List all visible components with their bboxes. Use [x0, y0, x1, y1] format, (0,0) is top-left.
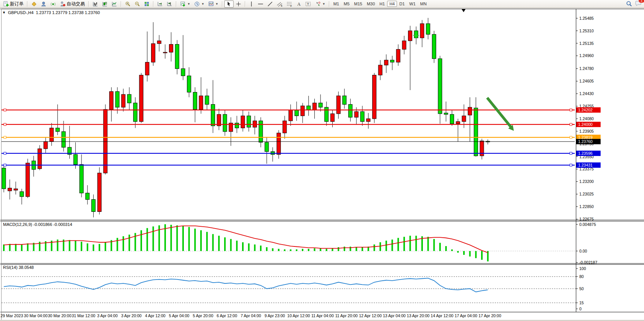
line-anchor-handle[interactable] [4, 109, 6, 111]
profile-button[interactable] [39, 0, 48, 8]
trendline-tool-button[interactable] [265, 0, 275, 8]
timeframe-m1[interactable]: M1 [331, 1, 341, 7]
timeframe-d1[interactable]: D1 [397, 1, 407, 7]
price-badge: 1.23760 [576, 139, 601, 144]
chevron-down-icon: ▼ [201, 2, 204, 6]
date-axis[interactable]: 29 Mar 202330 Mar 04:0030 Mar 20:0031 Ma… [1, 313, 501, 318]
candle-body [187, 76, 191, 92]
candle-body [8, 188, 12, 191]
candle-body [163, 52, 167, 53]
cursor-tool-button[interactable] [224, 0, 234, 8]
line-anchor-handle[interactable] [570, 136, 572, 138]
timeframe-h4[interactable]: H4 [387, 1, 397, 7]
vertical-line-tool-button[interactable] [247, 0, 256, 8]
candle-body [354, 111, 358, 117]
line-anchor-handle[interactable] [4, 136, 6, 138]
candle-body [241, 116, 245, 128]
zoom-in-button[interactable] [123, 0, 132, 8]
date-tick-label: 31 Mar 12:00 [72, 313, 95, 318]
timeframe-h1[interactable]: H1 [377, 1, 387, 7]
timeframe-w1[interactable]: W1 [407, 1, 418, 7]
toolbar-separator [153, 1, 154, 7]
candle-body [86, 193, 89, 200]
chart-bars-button[interactable] [91, 0, 100, 8]
expert-advisors-button[interactable] [29, 0, 39, 8]
line-anchor-handle[interactable] [4, 123, 6, 126]
candle-body [432, 34, 436, 59]
price-badge-label: 1.23760 [578, 139, 593, 144]
symbol-collapse-icon[interactable]: ▼ [2, 11, 6, 14]
chart-window[interactable]: 1.254851.253101.251351.249601.247801.246… [0, 8, 644, 321]
timeframe-m5[interactable]: M5 [341, 1, 352, 7]
notifications-button[interactable]: 1 [635, 0, 642, 8]
svg-text:A: A [297, 2, 301, 7]
line-anchor-handle[interactable] [570, 152, 572, 154]
auto-trading-button[interactable]: 自动交易 [58, 0, 87, 8]
auto-scroll-button[interactable] [155, 0, 165, 8]
line-anchor-handle[interactable] [4, 152, 6, 154]
candle-body [349, 105, 352, 118]
rsi-tick-label: 80 [579, 274, 584, 279]
candle-body [408, 31, 412, 41]
line-anchor-handle[interactable] [570, 123, 572, 126]
date-tick-label: 14 Apr 12:00 [431, 313, 454, 318]
horizontal-line-icon [258, 1, 263, 7]
candle-body [73, 154, 77, 164]
toolbar-separator [27, 1, 28, 7]
trend-arrow[interactable] [487, 98, 512, 128]
candle-body [289, 110, 293, 121]
zoom-in-icon [125, 1, 131, 7]
candle-body [426, 24, 430, 34]
new-order-label: 新订单 [10, 1, 24, 7]
fibonacci-tool-button[interactable]: F [285, 0, 295, 8]
svg-text:E: E [281, 5, 282, 7]
clock-icon [194, 1, 200, 7]
timeframe-m30[interactable]: M30 [365, 1, 377, 7]
date-tick-label: 6 Apr 12:00 [217, 313, 237, 318]
candle-body [128, 94, 131, 103]
equidistant-channel-tool-button[interactable]: E [275, 0, 285, 8]
templates-button[interactable]: ▼ [206, 0, 220, 8]
candle-body [151, 44, 155, 62]
price-badge-label: 1.23596 [578, 151, 593, 156]
new-chart-button[interactable]: ▼ [178, 0, 192, 8]
text-label-icon: T [305, 1, 311, 7]
periods-button[interactable]: ▼ [192, 0, 206, 8]
toolbar-separator [245, 1, 245, 7]
crosshair-tool-button[interactable] [234, 0, 243, 8]
timeframe-m15[interactable]: M15 [352, 1, 364, 7]
chart-shift-button[interactable] [165, 0, 174, 8]
chart-candles-button[interactable] [100, 0, 110, 8]
candle-body [145, 62, 149, 75]
candle-body [121, 94, 125, 107]
rsi-panel [2, 277, 576, 303]
new-order-button[interactable]: 新订单 [1, 0, 26, 8]
chart-canvas[interactable]: 1.254851.253101.251351.249601.247801.246… [0, 8, 644, 321]
price-badge-label: 1.23431 [578, 163, 593, 167]
line-anchor-handle[interactable] [570, 164, 572, 166]
signals-button[interactable] [48, 0, 58, 8]
zoom-out-button[interactable] [132, 0, 142, 8]
tile-windows-button[interactable] [142, 0, 151, 8]
horizontal-line-tool-button[interactable] [256, 0, 265, 8]
price-badge: 1.24202 [576, 107, 601, 113]
line-anchor-handle[interactable] [4, 164, 6, 166]
candle-body [235, 123, 239, 128]
date-tick-label: 5 Apr 04:00 [169, 313, 190, 318]
new-chart-icon [180, 1, 186, 7]
text-label-tool-button[interactable]: T [303, 0, 313, 8]
price-tick-label: 1.23200 [579, 179, 594, 184]
arrows-tool-button[interactable]: ▼ [313, 0, 327, 8]
vertical-line-icon [249, 1, 254, 7]
auto-scroll-icon [157, 1, 163, 7]
line-anchor-handle[interactable] [570, 109, 572, 111]
timeframe-mn[interactable]: MN [418, 1, 429, 7]
text-tool-button[interactable]: A [295, 0, 303, 8]
search-icon[interactable] [626, 1, 632, 7]
candle-body [193, 92, 197, 110]
chart-shift-marker[interactable] [462, 9, 465, 12]
chart-line-button[interactable] [110, 0, 119, 8]
price-tick-label: 1.25485 [579, 16, 594, 21]
signals-icon [50, 1, 56, 7]
price-axis[interactable]: 1.254851.253101.251351.249601.247801.246… [576, 16, 601, 221]
